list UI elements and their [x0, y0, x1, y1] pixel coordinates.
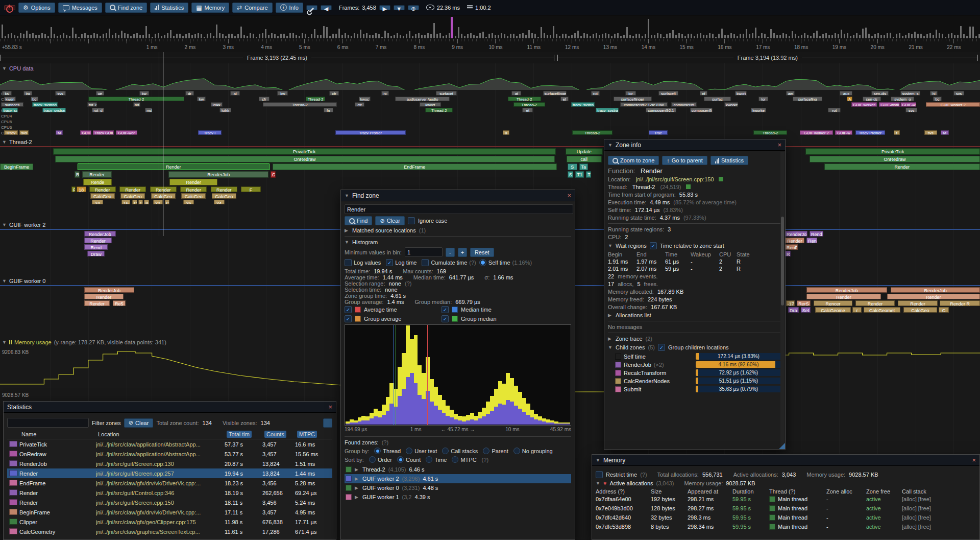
memory-usage-section-header[interactable]: ▼ Memory usage (y-range: 178.27 KB, visi…	[2, 339, 166, 345]
frame-bar[interactable]	[660, 34, 662, 38]
frame-bar[interactable]	[109, 29, 110, 38]
frame-bar[interactable]	[767, 37, 769, 38]
zone-block[interactable]: bc	[31, 97, 38, 101]
zone-block[interactable]: sen-dis	[871, 91, 889, 96]
zone-block[interactable]: sys	[905, 108, 917, 112]
close-icon[interactable]: ×	[972, 457, 976, 463]
column-header[interactable]: Size	[651, 488, 688, 495]
frame-bar[interactable]	[479, 33, 481, 38]
frame-bar[interactable]	[476, 36, 478, 38]
expand-icon[interactable]: ▶	[608, 313, 612, 318]
checkbox[interactable]: ✓	[422, 259, 429, 266]
frame-bar[interactable]	[737, 36, 738, 38]
frame-bar[interactable]	[936, 30, 937, 38]
frame-bar[interactable]	[865, 28, 867, 38]
frame-bar[interactable]	[72, 28, 74, 38]
frame-bar[interactable]	[678, 33, 680, 38]
zone-block[interactable]: Render	[824, 163, 980, 170]
radio-icon[interactable]	[513, 448, 520, 454]
frame-bar[interactable]	[605, 33, 606, 38]
col-counts[interactable]: Counts	[264, 431, 286, 438]
column-header[interactable]: Zone free	[866, 488, 902, 495]
frame-marker[interactable]: Frame 3,194 (13.92 ms)	[557, 54, 978, 61]
frame-bar[interactable]	[63, 33, 64, 38]
zone-block[interactable]: Thread-2	[513, 102, 545, 107]
frame-bar[interactable]	[629, 35, 631, 38]
frame-bar[interactable]	[259, 34, 260, 38]
zone-block[interactable]: Render	[898, 300, 938, 306]
collapse-icon[interactable]: ▼	[608, 143, 612, 148]
frame-bar[interactable]	[124, 33, 126, 38]
zone-block[interactable]: PrivateTick	[53, 148, 556, 155]
frame-bar[interactable]	[415, 34, 416, 38]
zone-block[interactable]: 24	[214, 200, 225, 204]
frame-bar[interactable]	[372, 35, 374, 38]
frame-bar[interactable]	[317, 35, 318, 38]
guif-worker0-section-header[interactable]: ▼ GUIF worker 0	[2, 278, 45, 284]
frame-bar[interactable]	[403, 36, 404, 38]
frame-bar[interactable]	[11, 33, 12, 38]
zone-block[interactable]: C	[165, 200, 170, 204]
frame-bar[interactable]	[681, 34, 683, 38]
frame-bar[interactable]	[822, 34, 824, 38]
legend-checkbox[interactable]: ✓	[442, 315, 449, 322]
frame-bar[interactable]	[715, 37, 717, 38]
frame-bar[interactable]	[831, 35, 833, 38]
zone-block[interactable]: ue	[96, 91, 104, 96]
zone-block[interactable]: r	[852, 307, 861, 313]
frame-bar[interactable]	[516, 36, 518, 38]
frame-bar[interactable]	[326, 27, 328, 38]
cpu-data-section-header[interactable]: ▼ CPU data	[2, 65, 34, 72]
zone-block[interactable]: GUIF-work	[879, 102, 899, 107]
expand-icon[interactable]: ▶	[608, 336, 612, 341]
frame-bar[interactable]	[905, 35, 906, 38]
zone-block[interactable]: CalcGeo	[181, 193, 206, 199]
frame-bar[interactable]	[26, 31, 28, 38]
frame-bar[interactable]	[957, 35, 959, 38]
zone-block[interactable]: at	[511, 91, 521, 96]
zone-block[interactable]: RenderJob	[891, 287, 980, 293]
frame-bar[interactable]	[758, 36, 760, 38]
frame-bar[interactable]	[292, 33, 294, 38]
frame-bar[interactable]	[51, 27, 52, 38]
tools-button[interactable]	[306, 5, 317, 10]
frame-bar[interactable]	[387, 33, 389, 38]
frame-bar[interactable]	[323, 26, 325, 38]
frame-bar[interactable]	[17, 36, 18, 38]
zone-block[interactable]: Rende	[83, 179, 112, 185]
zone-block[interactable]: GUIF worker 0	[851, 102, 877, 107]
frame-bar[interactable]	[890, 33, 891, 38]
frame-bar[interactable]	[801, 35, 802, 38]
find-zone-titlebar[interactable]: ▼ Find zone ×	[341, 190, 575, 201]
col-location[interactable]: Location	[96, 431, 225, 437]
alloc-address[interactable]: 0x7dfc53d898	[596, 524, 651, 530]
radio-icon[interactable]	[426, 456, 432, 463]
frame-bar[interactable]	[553, 26, 554, 38]
frame-bar[interactable]	[164, 35, 165, 38]
zone-block[interactable]: Rencer	[814, 300, 853, 306]
zone-block[interactable]: surfacefl	[1, 102, 23, 107]
sort-by-option[interactable]: Order	[369, 456, 392, 463]
frame-bar[interactable]	[436, 34, 438, 38]
frame-bar[interactable]	[354, 33, 355, 38]
frame-bar[interactable]	[513, 34, 514, 38]
column-header[interactable]: Call stack	[902, 488, 976, 495]
zone-block[interactable]: surfaceflinger	[543, 91, 567, 96]
frame-bar[interactable]	[929, 33, 931, 38]
zone-block[interactable]: kwoc	[359, 97, 371, 101]
frame-bar[interactable]	[525, 35, 527, 38]
min-bin-input[interactable]	[405, 247, 443, 257]
selected-frame-bar[interactable]	[451, 17, 453, 38]
zone-block[interactable]: Thread-2	[508, 97, 541, 101]
zone-block[interactable]: CalcGeome	[815, 307, 850, 313]
child-zone-row[interactable]: RecalcTransform 72.92 µs (1.62%)	[608, 369, 781, 376]
next-frame-button[interactable]: ▶	[379, 5, 390, 10]
frame-bar[interactable]	[718, 34, 720, 38]
zone-block[interactable]: sys	[924, 130, 937, 135]
zone-block[interactable]: RenderJob	[806, 287, 887, 293]
frame-bar[interactable]	[896, 34, 897, 38]
sort-by-option[interactable]: Time	[426, 456, 447, 463]
frame-bar[interactable]	[394, 35, 395, 38]
zone-block[interactable]: Render	[806, 294, 881, 299]
zone-block[interactable]: S	[568, 163, 577, 170]
